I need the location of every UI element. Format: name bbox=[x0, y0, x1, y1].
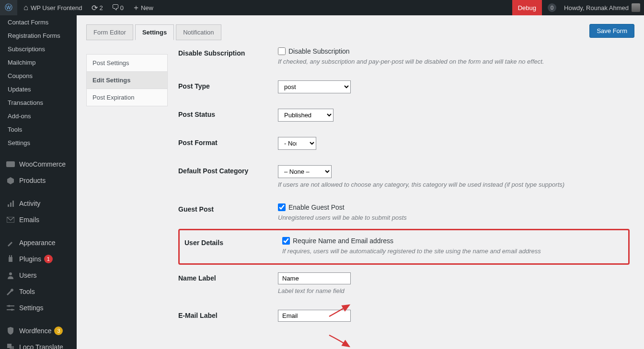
sidebar-item-plugins[interactable]: Plugins1 bbox=[0, 251, 77, 267]
select-post-status[interactable]: Published bbox=[278, 109, 334, 122]
row-default-category: Default Post Category – None – If users … bbox=[178, 158, 630, 196]
checkbox-guest-post[interactable] bbox=[278, 203, 286, 211]
svg-rect-8 bbox=[11, 255, 12, 257]
sidebar-item-activity[interactable]: Activity bbox=[0, 195, 77, 212]
sidebar-item-settings[interactable]: Settings bbox=[0, 136, 77, 149]
sidebar-item-tools-main[interactable]: Tools bbox=[0, 283, 77, 300]
desc-user-details: If requires, users will be automatically… bbox=[282, 248, 625, 255]
label-guest-post: Guest Post bbox=[178, 203, 278, 213]
select-post-format[interactable]: - None - bbox=[278, 137, 316, 150]
debug-button[interactable]: Debug bbox=[512, 0, 542, 15]
brush-icon bbox=[6, 238, 15, 248]
save-form-button[interactable]: Save Form bbox=[589, 24, 634, 38]
sliders-icon bbox=[6, 303, 15, 313]
new-label: New bbox=[141, 4, 153, 11]
cb-disable-subscription[interactable]: Disable Subscription bbox=[278, 47, 630, 55]
sidebar-item-transactions[interactable]: Transactions bbox=[0, 96, 77, 109]
sidebar-item-products[interactable]: Products bbox=[0, 172, 77, 189]
comment-icon: 🗨 bbox=[111, 3, 120, 12]
svg-rect-4 bbox=[12, 201, 14, 207]
sidebar-item-wordfence[interactable]: Wordfence3 bbox=[0, 323, 77, 339]
plug-icon bbox=[6, 254, 15, 264]
home-icon: ⌂ bbox=[21, 3, 31, 12]
sidebar-item-tools[interactable]: Tools bbox=[0, 123, 77, 136]
sub-tab-edit-settings[interactable]: Edit Settings bbox=[86, 71, 168, 89]
sidebar-item-updates[interactable]: Updates bbox=[0, 82, 77, 96]
admin-bar: ⓦ ⌂WP User Frontend ⟳2 🗨0 ＋New Debug 0 H… bbox=[0, 0, 644, 15]
label-disable-subscription: Disable Subscription bbox=[178, 47, 278, 57]
highlight-user-details: User Details Require Name and Email addr… bbox=[178, 229, 630, 265]
row-guest-post: Guest Post Enable Guest Post Unregistere… bbox=[178, 196, 630, 229]
sidebar-item-subscriptions[interactable]: Subscriptions bbox=[0, 42, 77, 56]
sidebar-item-woocommerce[interactable]: WooCommerce bbox=[0, 156, 77, 172]
svg-rect-2 bbox=[8, 204, 9, 207]
wp-logo[interactable]: ⓦ bbox=[0, 0, 17, 15]
row-post-format: Post Format - None - bbox=[178, 129, 630, 158]
svg-point-13 bbox=[11, 309, 13, 311]
woo-icon bbox=[6, 159, 15, 169]
site-link[interactable]: ⌂WP User Frontend bbox=[17, 0, 86, 15]
mail-icon bbox=[6, 215, 15, 225]
cube-icon bbox=[6, 176, 15, 185]
comments-count: 0 bbox=[120, 4, 124, 11]
refresh-icon: ⟳ bbox=[90, 3, 99, 12]
input-name-label[interactable] bbox=[278, 272, 351, 284]
refresh-link[interactable]: ⟳2 bbox=[86, 0, 106, 15]
shield-icon bbox=[6, 326, 15, 336]
sidebar-item-loco[interactable]: Loco Translate bbox=[0, 339, 77, 349]
wrench-icon bbox=[6, 287, 15, 296]
svg-rect-0 bbox=[6, 161, 15, 167]
new-link[interactable]: ＋New bbox=[127, 0, 157, 15]
howdy-link[interactable]: Howdy, Rounak Ahmed bbox=[560, 0, 644, 15]
plugins-badge: 1 bbox=[44, 255, 53, 263]
select-post-type[interactable]: post bbox=[278, 80, 351, 93]
checkbox-disable-subscription[interactable] bbox=[278, 47, 286, 55]
label-post-type: Post Type bbox=[178, 80, 278, 90]
sidebar-item-addons[interactable]: Add-ons bbox=[0, 109, 77, 123]
sidebar-item-emails[interactable]: Emails bbox=[0, 212, 77, 228]
sidebar-item-coupons[interactable]: Coupons bbox=[0, 69, 77, 82]
notif-link[interactable]: 0 bbox=[542, 0, 560, 15]
row-name-label: Name Label Label text for name field bbox=[178, 265, 630, 302]
label-user-details: User Details bbox=[183, 237, 282, 247]
label-post-status: Post Status bbox=[178, 109, 278, 118]
select-default-category[interactable]: – None – bbox=[278, 165, 332, 178]
sidebar-item-settings-main[interactable]: Settings bbox=[0, 300, 77, 316]
sidebar-item-registration-forms[interactable]: Registration Forms bbox=[0, 29, 77, 42]
desc-guest-post: Unregistered users will be able to submi… bbox=[278, 214, 630, 221]
sidebar-item-contact-forms[interactable]: Contact Forms bbox=[0, 15, 77, 29]
sidebar-item-appearance[interactable]: Appearance bbox=[0, 235, 77, 251]
sub-tab-post-settings[interactable]: Post Settings bbox=[86, 54, 168, 72]
wordpress-icon: ⓦ bbox=[4, 3, 13, 13]
tab-form-editor[interactable]: Form Editor bbox=[86, 24, 133, 40]
row-disable-subscription: Disable Subscription Disable Subscriptio… bbox=[178, 40, 630, 73]
sidebar-item-mailchimp[interactable]: Mailchimp bbox=[0, 56, 77, 69]
label-name-label: Name Label bbox=[178, 272, 278, 282]
admin-sidebar: Contact Forms Registration Forms Subscri… bbox=[0, 15, 77, 349]
sub-tab-post-expiration[interactable]: Post Expiration bbox=[86, 89, 168, 106]
cb-user-details[interactable]: Require Name and Email address bbox=[282, 237, 625, 245]
comments-link[interactable]: 🗨0 bbox=[107, 0, 127, 15]
tab-notification[interactable]: Notification bbox=[176, 24, 221, 40]
svg-point-9 bbox=[9, 272, 12, 275]
label-email-label: E-Mail Label bbox=[178, 310, 278, 319]
tab-settings[interactable]: Settings bbox=[135, 24, 174, 40]
input-email-label[interactable] bbox=[278, 310, 351, 322]
desc-disable-subscription: If checked, any subscription and pay-per… bbox=[278, 58, 630, 65]
svg-rect-15 bbox=[10, 346, 14, 349]
row-post-type: Post Type post bbox=[178, 73, 630, 101]
desc-default-category: If users are not allowed to choose any c… bbox=[278, 181, 630, 188]
desc-name-label: Label text for name field bbox=[278, 287, 630, 294]
row-user-details: User Details Require Name and Email addr… bbox=[183, 233, 625, 259]
cb-guest-post[interactable]: Enable Guest Post bbox=[278, 203, 630, 211]
translate-icon bbox=[6, 342, 15, 349]
howdy-text: Howdy, Rounak Ahmed bbox=[564, 4, 629, 11]
svg-rect-3 bbox=[10, 203, 12, 207]
sidebar-item-users[interactable]: Users bbox=[0, 267, 77, 283]
checkbox-user-details[interactable] bbox=[282, 237, 290, 245]
label-default-category: Default Post Category bbox=[178, 165, 278, 175]
settings-panel[interactable]: Disable Subscription Disable Subscriptio… bbox=[178, 40, 634, 341]
avatar bbox=[632, 3, 640, 12]
svg-marker-1 bbox=[7, 177, 14, 184]
refresh-count: 2 bbox=[99, 4, 103, 11]
